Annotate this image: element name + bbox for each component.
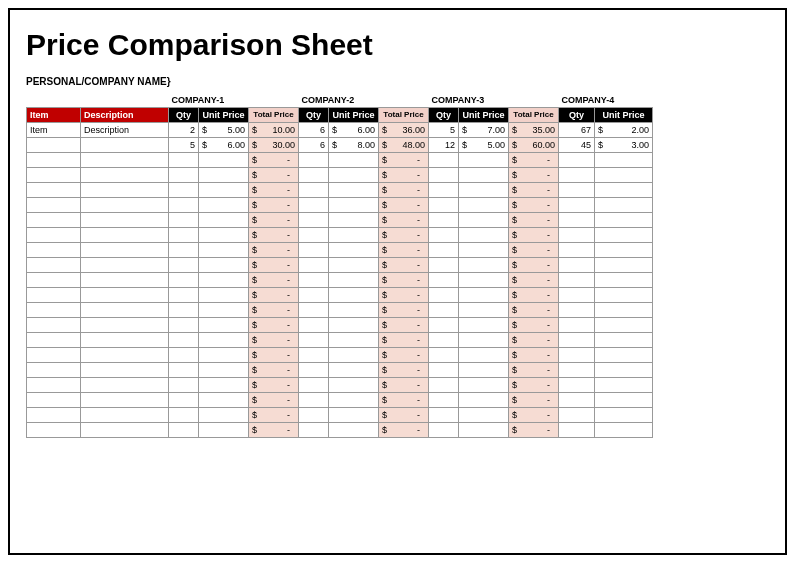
cell-qty[interactable] <box>559 332 595 347</box>
cell-item[interactable] <box>27 212 81 227</box>
cell-total-price[interactable]: $- <box>509 212 559 227</box>
cell-qty[interactable]: 12 <box>429 137 459 152</box>
cell-qty[interactable] <box>169 212 199 227</box>
cell-qty[interactable] <box>299 227 329 242</box>
cell-total-price[interactable]: $- <box>249 317 299 332</box>
cell-unit-price[interactable] <box>199 392 249 407</box>
cell-item[interactable] <box>27 287 81 302</box>
cell-unit-price[interactable]: $6.00 <box>329 122 379 137</box>
cell-description[interactable] <box>81 287 169 302</box>
cell-total-price[interactable]: $- <box>249 407 299 422</box>
cell-qty[interactable] <box>429 362 459 377</box>
cell-item[interactable] <box>27 362 81 377</box>
cell-item[interactable] <box>27 167 81 182</box>
cell-total-price[interactable]: $- <box>509 407 559 422</box>
cell-total-price[interactable]: $- <box>249 422 299 437</box>
cell-qty[interactable] <box>429 302 459 317</box>
cell-total-price[interactable]: $- <box>379 317 429 332</box>
cell-total-price[interactable]: $- <box>379 407 429 422</box>
cell-unit-price[interactable]: $6.00 <box>199 137 249 152</box>
cell-unit-price[interactable] <box>595 317 653 332</box>
cell-unit-price[interactable] <box>459 392 509 407</box>
cell-total-price[interactable]: $- <box>379 167 429 182</box>
cell-unit-price[interactable] <box>199 212 249 227</box>
cell-unit-price[interactable] <box>199 287 249 302</box>
cell-unit-price[interactable] <box>595 257 653 272</box>
cell-unit-price[interactable] <box>459 407 509 422</box>
cell-total-price[interactable]: $- <box>249 182 299 197</box>
cell-total-price[interactable]: $- <box>379 392 429 407</box>
cell-unit-price[interactable] <box>459 287 509 302</box>
cell-unit-price[interactable] <box>329 332 379 347</box>
cell-qty[interactable] <box>299 152 329 167</box>
cell-unit-price[interactable] <box>595 272 653 287</box>
cell-description[interactable] <box>81 422 169 437</box>
cell-unit-price[interactable] <box>595 407 653 422</box>
cell-unit-price[interactable] <box>329 347 379 362</box>
table-row[interactable]: $- $- $- <box>27 227 653 242</box>
table-row[interactable]: $- $- $- <box>27 212 653 227</box>
cell-qty[interactable] <box>559 377 595 392</box>
cell-qty[interactable] <box>299 257 329 272</box>
cell-qty[interactable] <box>559 182 595 197</box>
cell-unit-price[interactable] <box>199 302 249 317</box>
table-row[interactable]: $- $- $- <box>27 257 653 272</box>
cell-unit-price[interactable] <box>199 377 249 392</box>
cell-total-price[interactable]: $- <box>379 227 429 242</box>
cell-item[interactable] <box>27 152 81 167</box>
cell-unit-price[interactable] <box>329 212 379 227</box>
cell-unit-price[interactable] <box>459 227 509 242</box>
cell-description[interactable] <box>81 212 169 227</box>
cell-qty[interactable] <box>559 272 595 287</box>
cell-qty[interactable] <box>169 317 199 332</box>
table-row[interactable]: $- $- $- <box>27 302 653 317</box>
cell-qty[interactable] <box>429 167 459 182</box>
cell-unit-price[interactable]: $5.00 <box>199 122 249 137</box>
table-row[interactable]: $- $- $- <box>27 272 653 287</box>
cell-unit-price[interactable] <box>595 377 653 392</box>
cell-description[interactable] <box>81 227 169 242</box>
cell-total-price[interactable]: $- <box>509 317 559 332</box>
cell-qty[interactable] <box>429 377 459 392</box>
cell-unit-price[interactable] <box>329 362 379 377</box>
cell-total-price[interactable]: $- <box>379 362 429 377</box>
cell-item[interactable] <box>27 302 81 317</box>
cell-unit-price[interactable] <box>329 242 379 257</box>
cell-qty[interactable] <box>559 257 595 272</box>
table-row[interactable]: $- $- $- <box>27 242 653 257</box>
cell-unit-price[interactable] <box>595 422 653 437</box>
cell-item[interactable] <box>27 422 81 437</box>
cell-qty[interactable] <box>299 302 329 317</box>
cell-unit-price[interactable] <box>199 347 249 362</box>
cell-qty[interactable] <box>169 377 199 392</box>
table-row[interactable]: 5$6.00$30.006$8.00$48.0012$5.00$60.0045$… <box>27 137 653 152</box>
cell-qty[interactable] <box>559 152 595 167</box>
cell-unit-price[interactable] <box>459 212 509 227</box>
cell-qty[interactable] <box>429 392 459 407</box>
cell-unit-price[interactable] <box>595 362 653 377</box>
cell-qty[interactable] <box>299 392 329 407</box>
cell-qty[interactable] <box>299 422 329 437</box>
cell-unit-price[interactable] <box>459 347 509 362</box>
table-row[interactable]: $- $- $- <box>27 317 653 332</box>
cell-qty[interactable] <box>429 152 459 167</box>
cell-unit-price[interactable] <box>199 257 249 272</box>
cell-description[interactable] <box>81 137 169 152</box>
table-row[interactable]: $- $- $- <box>27 377 653 392</box>
cell-qty[interactable] <box>559 302 595 317</box>
cell-qty[interactable]: 6 <box>299 122 329 137</box>
cell-qty[interactable] <box>169 332 199 347</box>
cell-unit-price[interactable] <box>595 212 653 227</box>
cell-item[interactable] <box>27 317 81 332</box>
cell-item[interactable] <box>27 197 81 212</box>
cell-total-price[interactable]: $- <box>249 212 299 227</box>
cell-qty[interactable] <box>169 257 199 272</box>
cell-total-price[interactable]: $- <box>509 422 559 437</box>
cell-qty[interactable]: 2 <box>169 122 199 137</box>
cell-unit-price[interactable] <box>329 167 379 182</box>
cell-unit-price[interactable] <box>329 317 379 332</box>
cell-unit-price[interactable] <box>199 227 249 242</box>
cell-unit-price[interactable]: $2.00 <box>595 122 653 137</box>
cell-unit-price[interactable] <box>329 257 379 272</box>
cell-unit-price[interactable] <box>595 227 653 242</box>
